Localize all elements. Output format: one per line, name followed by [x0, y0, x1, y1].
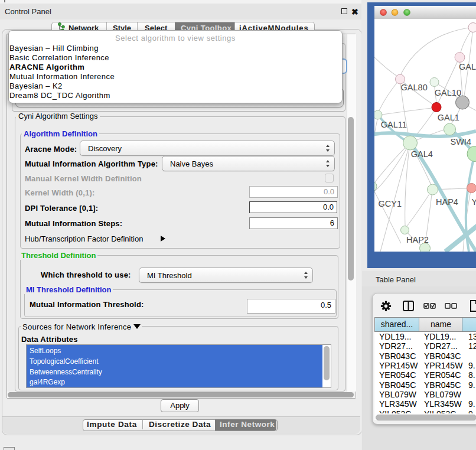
svg-text:GAL10: GAL10: [435, 88, 461, 97]
svg-text:HAP2: HAP2: [406, 235, 429, 244]
svg-text:HAP4: HAP4: [436, 197, 458, 207]
svg-text:GAL4: GAL4: [411, 149, 433, 159]
svg-text:SWI4: SWI4: [451, 137, 471, 146]
svg-text:GCY1: GCY1: [379, 199, 402, 208]
svg-text:Y: Y: [472, 197, 476, 207]
svg-text:GAL2: GAL2: [459, 62, 476, 71]
svg-text:GAL80: GAL80: [401, 83, 428, 92]
svg-text:GAL11: GAL11: [381, 120, 407, 129]
svg-text:GAL1: GAL1: [438, 113, 459, 122]
